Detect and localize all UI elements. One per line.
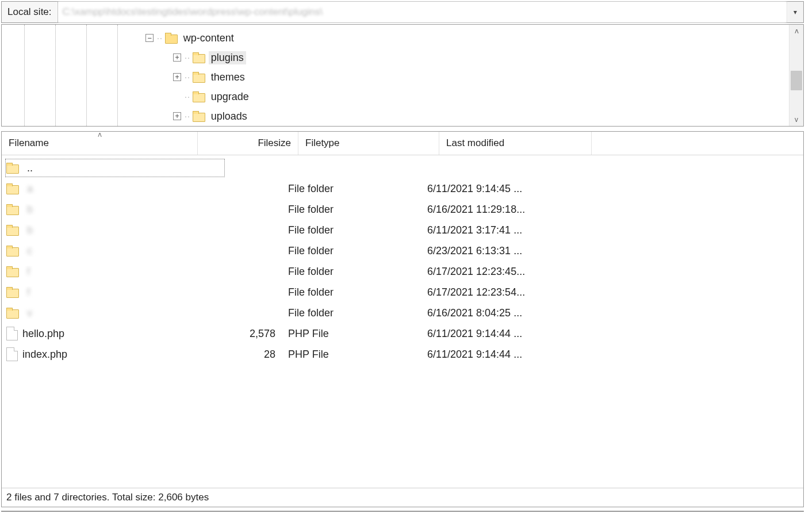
file-name: index.php	[22, 349, 67, 361]
expand-icon[interactable]: +	[173, 73, 181, 81]
scroll-down-icon[interactable]: v	[789, 113, 803, 126]
local-file-list: ʌ Filename Filesize Filetype Last modifi…	[1, 131, 804, 507]
collapse-icon[interactable]: −	[145, 34, 154, 42]
folder-icon	[6, 184, 18, 193]
folder-open-icon	[165, 33, 177, 43]
file-type: PHP File	[281, 349, 420, 361]
folder-row[interactable]: fFile folder6/17/2021 12:23:45...	[2, 261, 803, 282]
folder-icon	[6, 288, 18, 297]
column-header-last-modified[interactable]: Last modified	[439, 132, 592, 155]
file-type: File folder	[281, 183, 420, 195]
file-list-body[interactable]: .. aFile folder6/11/2021 9:14:45 ...bFil…	[2, 155, 803, 488]
file-modified: 6/17/2021 12:23:45...	[420, 266, 571, 278]
scroll-thumb[interactable]	[791, 71, 802, 90]
file-type: File folder	[281, 307, 420, 319]
folder-icon	[6, 308, 18, 317]
tree-connector: ··	[185, 53, 190, 62]
folder-row[interactable]: cFile folder6/23/2021 6:13:31 ...	[2, 240, 803, 261]
pane-divider[interactable]	[1, 511, 804, 512]
file-icon	[6, 347, 18, 361]
tree-node-label: uploads	[209, 110, 250, 123]
tree-connector: ··	[157, 33, 163, 43]
file-modified: 6/11/2021 9:14:44 ...	[420, 349, 571, 361]
folder-icon	[6, 267, 18, 276]
tree-node-plugins[interactable]: +··plugins	[2, 48, 789, 67]
folder-icon	[6, 246, 18, 255]
file-size: 2,578	[189, 328, 281, 340]
expand-icon[interactable]: +	[173, 112, 181, 120]
tree-node-themes[interactable]: +··themes	[2, 67, 789, 87]
tree-node-uploads[interactable]: +··uploads	[2, 106, 789, 126]
tree-vertical-scrollbar[interactable]: ʌ v	[789, 25, 803, 126]
file-modified: 6/23/2021 6:13:31 ...	[420, 245, 571, 257]
folder-icon	[6, 163, 18, 173]
file-name: f	[27, 286, 30, 298]
file-size: 28	[189, 349, 281, 361]
file-name: ..	[27, 162, 33, 174]
scroll-up-icon[interactable]: ʌ	[789, 25, 803, 37]
file-modified: 6/16/2021 8:04:25 ...	[420, 307, 571, 319]
file-type: File folder	[281, 245, 420, 257]
column-header-filesize[interactable]: Filesize	[198, 132, 298, 155]
file-modified: 6/11/2021 9:14:45 ...	[420, 183, 571, 195]
file-type: PHP File	[281, 328, 420, 340]
file-modified: 6/11/2021 9:14:44 ...	[420, 328, 571, 340]
parent-directory-row[interactable]: ..	[2, 158, 803, 178]
tree-node-wp-content[interactable]: − ·· wp-content	[2, 28, 789, 48]
folder-icon	[6, 205, 18, 214]
local-site-pathbar: Local site: ▾	[1, 1, 804, 23]
tree-node-upgrade[interactable]: ··upgrade	[2, 87, 789, 106]
folder-icon	[6, 225, 18, 235]
folder-icon	[193, 53, 204, 62]
column-label: Filetype	[305, 137, 340, 149]
file-type: File folder	[281, 286, 420, 298]
file-name: b	[27, 204, 33, 216]
folder-row[interactable]: bFile folder6/11/2021 3:17:41 ...	[2, 220, 803, 240]
file-name: hello.php	[22, 328, 64, 340]
folder-row[interactable]: vFile folder6/16/2021 8:04:25 ...	[2, 303, 803, 323]
tree-body[interactable]: − ·· wp-content +··plugins+··themes··upg…	[2, 25, 789, 126]
tree-connector: ··	[185, 72, 190, 82]
folder-row[interactable]: aFile folder6/11/2021 9:14:45 ...	[2, 178, 803, 199]
tree-node-label: plugins	[209, 51, 246, 64]
folder-icon	[193, 72, 204, 82]
expand-icon[interactable]: +	[173, 53, 181, 62]
folder-row[interactable]: bFile folder6/16/2021 11:29:18...	[2, 199, 803, 220]
file-icon	[6, 327, 18, 340]
tree-node-label: wp-content	[181, 32, 236, 45]
file-type: File folder	[281, 204, 420, 216]
file-name: f	[27, 266, 30, 278]
column-label: Filename	[9, 137, 49, 149]
file-list-header: ʌ Filename Filesize Filetype Last modifi…	[2, 132, 803, 155]
status-bar: 2 files and 7 directories. Total size: 2…	[2, 488, 803, 507]
file-modified: 6/16/2021 11:29:18...	[420, 204, 571, 216]
column-header-filename[interactable]: ʌ Filename	[2, 132, 198, 155]
file-modified: 6/17/2021 12:23:54...	[420, 286, 571, 298]
file-name: v	[27, 307, 32, 319]
tree-node-label: themes	[209, 71, 247, 84]
file-name: b	[27, 224, 33, 236]
tree-connector: ··	[185, 92, 190, 101]
local-directory-tree: − ·· wp-content +··plugins+··themes··upg…	[1, 24, 804, 127]
file-modified: 6/11/2021 3:17:41 ...	[420, 224, 571, 236]
file-type: File folder	[281, 224, 420, 236]
sort-ascending-icon: ʌ	[98, 131, 102, 139]
tree-connector: ··	[185, 112, 190, 121]
folder-row[interactable]: fFile folder6/17/2021 12:23:54...	[2, 282, 803, 303]
tree-node-label: upgrade	[209, 90, 251, 104]
tree-leaf-spacer	[173, 93, 181, 101]
local-site-label: Local site:	[2, 2, 58, 22]
column-label: Filesize	[258, 137, 291, 149]
folder-icon	[193, 112, 204, 121]
local-site-path-dropdown[interactable]: ▾	[787, 2, 803, 22]
file-type: File folder	[281, 266, 420, 278]
folder-icon	[193, 92, 204, 101]
file-name: c	[27, 245, 32, 257]
column-label: Last modified	[446, 137, 504, 149]
column-header-filetype[interactable]: Filetype	[298, 132, 439, 155]
file-row[interactable]: hello.php2,578PHP File6/11/2021 9:14:44 …	[2, 323, 803, 344]
local-site-path-input[interactable]	[58, 2, 787, 22]
chevron-down-icon: ▾	[793, 8, 797, 16]
file-row[interactable]: index.php28PHP File6/11/2021 9:14:44 ...	[2, 344, 803, 365]
file-name: a	[27, 183, 33, 195]
